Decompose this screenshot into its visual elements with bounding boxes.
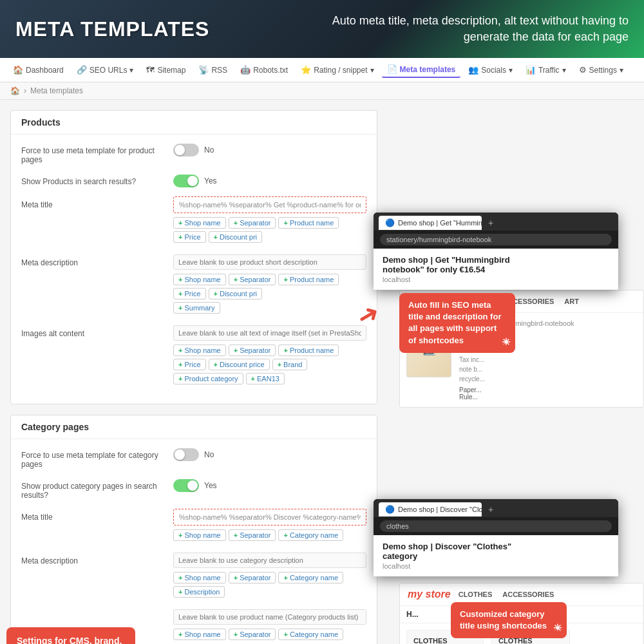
btn-discount-title[interactable]: +Discount pri — [209, 231, 263, 243]
nav-sitemap-label: Sitemap — [157, 66, 185, 75]
show-category-row: Show product category pages in search re… — [21, 478, 366, 500]
store-cat-nav: CLOTHES ACCESSORIES — [459, 591, 554, 598]
nav-sitemap[interactable]: 🗺 Sitemap — [141, 62, 191, 77]
btn-price-title[interactable]: +Price — [173, 231, 206, 243]
btn-product-name-desc[interactable]: +Product name — [278, 274, 339, 285]
btn-shop-name-title-label: Shop name — [184, 219, 220, 227]
breadcrumb-current: Meta templates — [30, 86, 83, 95]
category-popup: 🔵 Demo shop | Discover "Clothes" ✕ + Dem… — [374, 499, 618, 576]
meta-desc-input[interactable] — [173, 254, 366, 270]
btn-shop-name-desc[interactable]: +Shop name — [173, 274, 226, 285]
btn-shop-name-cat-title[interactable]: +Shop name — [173, 529, 226, 541]
force-category-toggle[interactable] — [173, 448, 199, 461]
force-product-toggle[interactable] — [173, 144, 199, 156]
images-alt-row: Images alt content +Shop name +Separator… — [21, 325, 366, 387]
btn-shop-name-alt[interactable]: +Shop name — [173, 345, 226, 356]
show-product-toggle[interactable] — [173, 175, 199, 187]
force-product-label: Force to use meta template for product p… — [21, 142, 163, 164]
nav-meta-templates[interactable]: 📄 Meta templates — [382, 62, 461, 78]
cat-popup-tab-label: Demo shop | Discover "Clothes" — [398, 506, 482, 513]
nav-rating[interactable]: ⭐ Rating / snippet ▾ — [296, 62, 379, 77]
btn-ean13-alt[interactable]: +EAN13 — [246, 373, 285, 384]
nav-rss[interactable]: 📡 RSS — [193, 62, 232, 77]
btn-shop-name-title[interactable]: +Shop name — [173, 217, 226, 229]
meta-title-label: Meta title — [21, 196, 163, 209]
meta-desc-label: Meta description — [21, 254, 163, 267]
btn-shop-name-cat-extra[interactable]: +Shop name — [173, 629, 226, 640]
cat-meta-title-input[interactable] — [178, 512, 362, 522]
nav-socials[interactable]: 👥 Socials ▾ — [463, 62, 518, 77]
btn-cat-name-extra[interactable]: +Category name — [278, 629, 343, 640]
nav-settings-label: Settings — [589, 66, 617, 75]
btn-cat-name-desc[interactable]: +Category name — [278, 572, 343, 583]
product-extra: Paper...Rule... — [459, 386, 637, 401]
btn-product-cat-alt[interactable]: +Product category — [173, 373, 243, 384]
btn-separator-cat-desc[interactable]: +Separator — [229, 572, 276, 583]
nav-socials-label: Socials — [481, 66, 506, 75]
meta-icon: 📄 — [387, 64, 397, 74]
force-category-row: Force to use meta template for category … — [21, 447, 366, 469]
dashboard-icon: 🏠 — [13, 65, 23, 75]
breadcrumb-home[interactable]: 🏠 — [10, 86, 20, 95]
btn-price-alt[interactable]: +Price — [173, 359, 206, 370]
btn-brand-alt[interactable]: +Brand — [272, 359, 308, 370]
cat-popup-url-bar — [374, 517, 618, 535]
images-alt-input[interactable] — [173, 325, 366, 341]
images-alt-buttons: +Shop name +Separator +Product name +Pri… — [173, 345, 366, 384]
btn-product-name-title[interactable]: +Product name — [278, 217, 339, 229]
cat-meta-title-row: Meta title +Shop name +Separator +Catego… — [21, 509, 366, 544]
category-callout: Customized category title using shortcod… — [451, 602, 567, 638]
btn-shop-name-cat-desc[interactable]: +Shop name — [173, 572, 226, 583]
cat-popup-content: Demo shop | Discover "Clothes" category … — [374, 535, 618, 576]
show-category-toggle[interactable] — [173, 479, 199, 492]
nav-traffic[interactable]: 📊 Traffic ▾ — [520, 62, 571, 77]
meta-title-input[interactable] — [178, 200, 362, 210]
btn-description-cat[interactable]: +Description — [173, 586, 225, 598]
show-product-row: Show Products in search results? Yes — [21, 173, 366, 187]
nav-dashboard[interactable]: 🏠 Dashboard — [8, 62, 69, 77]
main-content: Products Force to use meta template for … — [0, 100, 644, 644]
cat-meta-title-buttons: +Shop name +Separator +Category name — [173, 529, 366, 541]
nav-dashboard-label: Dashboard — [26, 66, 64, 75]
popup-new-tab-btn[interactable]: + — [483, 215, 498, 231]
popup-url-input[interactable] — [380, 234, 612, 245]
nav-traffic-label: Traffic — [538, 66, 560, 75]
nav-rating-label: Rating / snippet — [314, 66, 367, 75]
socials-icon: 👥 — [468, 65, 478, 75]
cat-popup-url-input[interactable] — [380, 520, 612, 532]
popup-tab-bar: 🔵 Demo shop | Get "Hummingbird... ✕ + — [374, 213, 618, 231]
store-cat-logo: my store — [408, 589, 451, 600]
force-category-label: Force to use meta template for category … — [21, 447, 163, 469]
btn-separator-title[interactable]: +Separator — [229, 217, 276, 229]
btn-product-name-alt[interactable]: +Product name — [278, 345, 339, 356]
show-product-value: Yes — [204, 176, 217, 185]
cat-meta-desc-input[interactable] — [173, 553, 366, 568]
breadcrumb: 🏠 › Meta templates — [0, 82, 644, 100]
btn-separator-cat-extra[interactable]: +Separator — [229, 629, 276, 640]
cat-popup-title: Demo shop | Discover "Clothes" category — [383, 542, 609, 561]
btn-separator-cat-title[interactable]: +Separator — [229, 529, 276, 541]
btn-cat-name-title[interactable]: +Category name — [278, 529, 343, 541]
nav-settings[interactable]: ⚙ Settings ▾ — [574, 62, 629, 77]
cat-popup-tab: 🔵 Demo shop | Discover "Clothes" ✕ — [379, 502, 482, 516]
category-section-header: Category pages — [11, 415, 377, 439]
show-category-label: Show product category pages in search re… — [21, 478, 163, 500]
rss-icon: 📡 — [198, 65, 209, 75]
btn-summary-desc[interactable]: +Summary — [173, 302, 220, 314]
nav-robots[interactable]: 🤖 Robots.txt — [235, 62, 293, 77]
products-section: Products Force to use meta template for … — [10, 110, 377, 404]
btn-separator-desc[interactable]: +Separator — [229, 274, 276, 285]
cms-callout: Settings for CMS, brand, supplier pages … — [6, 627, 135, 644]
force-category-value: No — [204, 450, 214, 459]
cat-new-tab-btn[interactable]: + — [483, 502, 498, 517]
btn-price-desc[interactable]: +Price — [173, 288, 206, 299]
product-tax-info: Tax inc...note b...recycle... — [459, 355, 637, 384]
popup-url-bar — [374, 231, 618, 249]
nav-seo-urls[interactable]: 🔗 SEO URLs ▾ — [71, 62, 139, 77]
btn-discount-desc[interactable]: +Discount pri — [209, 288, 263, 299]
btn-discount-price-alt[interactable]: +Discount price — [209, 359, 270, 370]
btn-separator-alt[interactable]: +Separator — [229, 345, 276, 356]
images-alt-label: Images alt content — [21, 325, 163, 338]
nav-meta-label: Meta templates — [400, 65, 456, 74]
cat-extra-input[interactable] — [173, 609, 366, 625]
